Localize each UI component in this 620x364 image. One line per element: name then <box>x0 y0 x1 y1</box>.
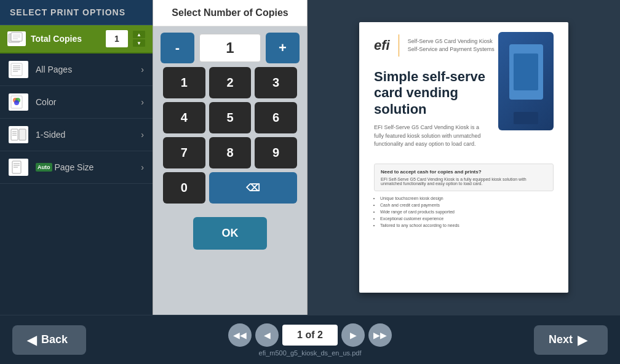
increment-button[interactable]: + <box>266 33 300 63</box>
logo-tagline: Self-Serve G5 Card Vending Kiosk Self-Se… <box>408 38 495 53</box>
all-pages-icon <box>9 61 28 78</box>
preview-callout: Need to accept cash for copies and print… <box>374 164 554 191</box>
efi-logo-text: efi <box>374 38 390 53</box>
page-next-button[interactable]: ▶ <box>341 323 365 347</box>
key-4-button[interactable]: 4 <box>163 102 205 133</box>
key-3-button[interactable]: 3 <box>255 67 297 98</box>
bullet-4: Exceptional customer experience <box>380 216 554 221</box>
logo-divider <box>399 34 399 57</box>
key-6-button[interactable]: 6 <box>255 102 297 133</box>
sidebar-item-page-size[interactable]: Auto Page Size › <box>0 151 153 184</box>
color-label: Color <box>36 97 141 107</box>
page-last-button[interactable]: ▶▶ <box>368 323 392 347</box>
page-prev-button[interactable]: ◀ <box>255 323 279 347</box>
filename-label: efi_m500_g5_kiosk_ds_en_us.pdf <box>259 349 362 357</box>
color-chevron-icon: › <box>141 97 144 107</box>
svg-point-13 <box>14 100 19 105</box>
total-copies-row: Total Copies 1 ▲ ▼ <box>0 25 153 53</box>
back-button[interactable]: ◀ Back <box>12 325 86 355</box>
copies-spinners: ▲ ▼ <box>133 31 145 47</box>
preview-page: efi Self-Serve G5 Card Vending Kiosk Sel… <box>359 22 568 293</box>
svg-rect-15 <box>19 129 26 140</box>
total-copies-label: Total Copies <box>31 34 101 44</box>
preview-bullets: Unique touchscreen kiosk design Cash and… <box>374 196 554 228</box>
sided-chevron-icon: › <box>141 130 144 140</box>
next-label: Next <box>549 333 573 346</box>
sidebar-item-all-pages[interactable]: All Pages › <box>0 53 153 86</box>
preview-description: EFI Self-Serve G5 Card Vending Kiosk is … <box>374 124 485 149</box>
back-label: Back <box>41 333 68 346</box>
page-size-icon <box>9 159 28 176</box>
sided-label: 1-Sided <box>36 130 141 140</box>
key-0-button[interactable]: 0 <box>163 172 205 204</box>
ok-button[interactable]: OK <box>193 217 267 250</box>
bullet-5: Tailored to any school according to need… <box>380 223 554 228</box>
next-button[interactable]: Next ▶ <box>534 325 608 355</box>
kiosk-base <box>514 112 538 124</box>
svg-rect-14 <box>11 129 18 140</box>
auto-badge: Auto <box>36 163 52 172</box>
bullet-2: Cash and credit card payments <box>380 203 554 207</box>
kiosk-screen <box>509 44 543 100</box>
page-first-button[interactable]: ◀◀ <box>228 323 252 347</box>
all-pages-chevron-icon: › <box>141 65 144 74</box>
copies-increment-button[interactable]: ▲ <box>133 31 145 38</box>
preview-area: efi Self-Serve G5 Card Vending Kiosk Sel… <box>308 0 620 315</box>
total-copies-icon <box>7 31 26 46</box>
color-icon <box>9 93 28 111</box>
key-1-button[interactable]: 1 <box>163 67 205 98</box>
copies-decrement-button[interactable]: ▼ <box>133 39 145 47</box>
page-indicator: 1 of 2 <box>282 325 338 346</box>
page-size-chevron-icon: › <box>141 162 144 172</box>
decrement-button[interactable]: - <box>161 33 194 63</box>
keypad-display: 1 <box>199 34 261 62</box>
key-9-button[interactable]: 9 <box>255 137 297 168</box>
sidebar-header: SELECT PRINT OPTIONS <box>0 0 153 25</box>
sidebar-item-sided[interactable]: 1-Sided › <box>0 119 153 151</box>
next-arrow-icon: ▶ <box>578 333 587 347</box>
key-2-button[interactable]: 2 <box>209 67 252 98</box>
all-pages-label: All Pages <box>36 65 141 74</box>
bottom-bar: ◀ Back ◀◀ ◀ 1 of 2 ▶ ▶▶ efi_m500_g5_kios… <box>0 315 620 364</box>
key-8-button[interactable]: 8 <box>209 137 252 168</box>
sided-icon <box>9 126 28 143</box>
total-copies-value: 1 <box>106 30 128 47</box>
key-5-button[interactable]: 5 <box>209 102 252 133</box>
bullet-3: Wide range of card products supported <box>380 210 554 214</box>
page-size-label: Page Size <box>55 162 141 172</box>
bullet-1: Unique touchscreen kiosk design <box>380 196 554 200</box>
pagination: ◀◀ ◀ 1 of 2 ▶ ▶▶ <box>228 323 392 347</box>
keypad-header: Select Number of Copies <box>153 0 307 26</box>
bottom-center: ◀◀ ◀ 1 of 2 ▶ ▶▶ efi_m500_g5_kiosk_ds_en… <box>228 323 392 357</box>
preview-title: Simple self-serve card vending solution <box>374 69 492 117</box>
kiosk-illustration <box>498 32 554 130</box>
backspace-button[interactable]: ⌫ <box>209 172 297 204</box>
sidebar-item-color[interactable]: Color › <box>0 86 153 119</box>
key-7-button[interactable]: 7 <box>163 137 205 168</box>
back-arrow-icon: ◀ <box>27 333 36 347</box>
